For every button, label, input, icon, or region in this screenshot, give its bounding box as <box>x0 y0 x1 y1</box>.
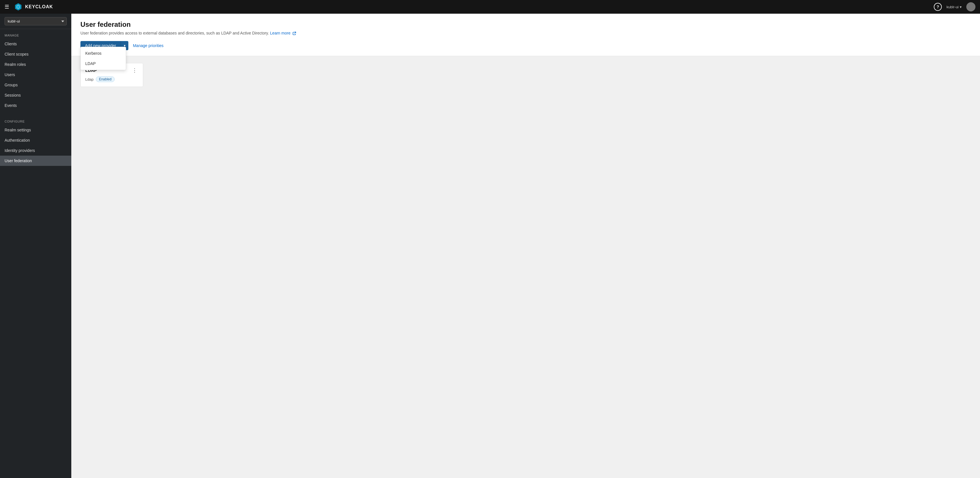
sidebar-item-sessions[interactable]: Sessions <box>0 90 71 100</box>
sidebar-item-events[interactable]: Events <box>0 100 71 111</box>
learn-more-link[interactable]: Learn more <box>270 31 296 35</box>
dropdown-item-kerberos[interactable]: Kerberos <box>81 48 126 59</box>
help-button[interactable]: ? <box>934 3 942 11</box>
main-content: User federation User federation provides… <box>71 14 980 478</box>
navbar: ☰ KEYCLOAK ? kublr-ui ▾ <box>0 0 980 14</box>
provider-type-label: Ldap <box>85 77 94 81</box>
logo-text: KEYCLOAK <box>25 4 53 10</box>
configure-section-label: Configure <box>0 115 71 125</box>
realm-caret-navbar: ▾ <box>960 5 962 9</box>
user-avatar[interactable] <box>966 2 975 11</box>
dropdown-item-ldap[interactable]: LDAP <box>81 59 126 69</box>
sidebar-item-groups[interactable]: Groups <box>0 80 71 90</box>
realm-name-navbar: kublr-ui <box>947 5 959 9</box>
provider-card-detail: Ldap Enabled <box>85 76 138 82</box>
page-actions: Add new provider ▾ Kerberos LDAP Manage … <box>80 41 971 56</box>
sidebar-item-clients[interactable]: Clients <box>0 39 71 49</box>
provider-more-button[interactable]: ⋮ <box>131 68 138 73</box>
keycloak-logo-icon <box>14 2 23 11</box>
add-provider-split-button: Add new provider ▾ Kerberos LDAP <box>80 41 128 50</box>
sidebar-item-identity-providers[interactable]: Identity providers <box>0 145 71 156</box>
realm-selector-navbar[interactable]: kublr-ui ▾ <box>947 5 962 9</box>
sidebar-item-authentication[interactable]: Authentication <box>0 135 71 145</box>
sidebar-item-client-scopes[interactable]: Client scopes <box>0 49 71 59</box>
logo: KEYCLOAK <box>14 2 53 11</box>
realm-select-dropdown[interactable]: kublr-ui <box>5 17 67 25</box>
manage-section-label: Manage <box>0 29 71 39</box>
realm-selector[interactable]: kublr-ui <box>0 14 71 29</box>
sidebar: kublr-ui Manage Clients Client scopes Re… <box>0 14 71 478</box>
navbar-right: ? kublr-ui ▾ <box>934 2 975 11</box>
sidebar-item-user-federation[interactable]: User federation <box>0 156 71 166</box>
page-title: User federation <box>80 21 971 29</box>
sidebar-item-realm-settings[interactable]: Realm settings <box>0 125 71 135</box>
provider-status-badge: Enabled <box>96 76 115 82</box>
add-provider-dropdown: Kerberos LDAP <box>80 47 126 70</box>
sidebar-item-realm-roles[interactable]: Realm roles <box>0 59 71 70</box>
sidebar-item-users[interactable]: Users <box>0 70 71 80</box>
content-area: LDAP ⋮ Ldap Enabled <box>71 56 980 94</box>
external-link-icon <box>293 32 296 35</box>
sidebar-spacer <box>0 111 71 115</box>
manage-priorities-button[interactable]: Manage priorities <box>133 41 164 50</box>
page-header: User federation User federation provides… <box>71 14 980 56</box>
main-layout: kublr-ui Manage Clients Client scopes Re… <box>0 14 980 478</box>
page-description: User federation provides access to exter… <box>80 31 971 35</box>
hamburger-menu[interactable]: ☰ <box>5 4 9 10</box>
